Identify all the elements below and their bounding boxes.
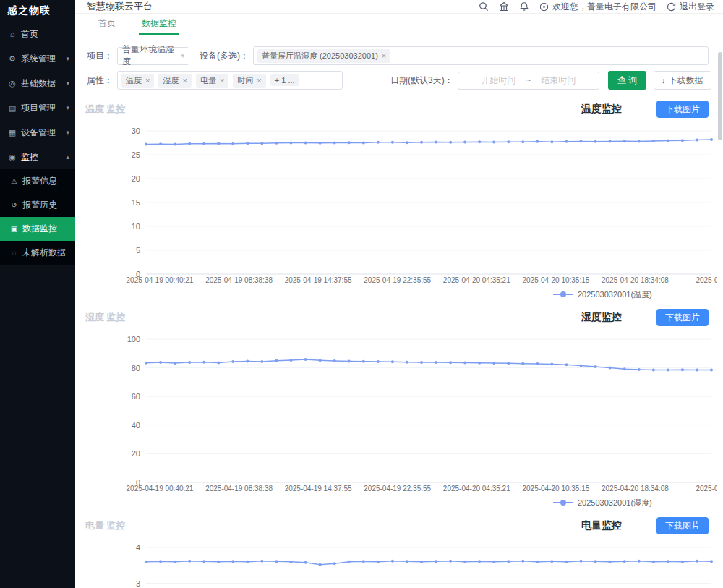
attribute-tag-label: 湿度: [163, 75, 179, 86]
svg-text:100: 100: [127, 335, 140, 344]
sidebar-subitem-alarm-info[interactable]: ⚠ 报警信息: [0, 169, 75, 193]
svg-text:25: 25: [132, 150, 140, 159]
close-icon[interactable]: ×: [382, 52, 386, 60]
attributes-label: 属性：: [87, 74, 113, 87]
temperature-chart: 0510152025302025-04-19 00:40:212025-04-1…: [75, 122, 723, 307]
tab-data-monitoring[interactable]: 数据监控: [139, 14, 179, 35]
svg-text:4: 4: [136, 543, 140, 552]
tabbar: 首页 数据监控: [75, 14, 723, 35]
svg-text:3: 3: [136, 579, 140, 588]
vertical-scrollbar[interactable]: [718, 52, 722, 140]
chart-title-humidity: 湿度监控: [581, 311, 622, 324]
sidebar-item-label: 设备管理: [21, 127, 66, 139]
attribute-tag-label: 时间: [237, 75, 253, 86]
project-select-value: 普量环境温湿度: [122, 43, 181, 68]
temperature-section: 温度 监控 温度监控 下载图片 0510152025302025-04-19 0…: [75, 96, 723, 304]
logout-button[interactable]: 退出登录: [667, 1, 714, 13]
download-icon: ↓: [662, 76, 666, 85]
sidebar-item-system-management[interactable]: ⚙ 系统管理 ▾: [0, 46, 75, 71]
project-label: 项目：: [87, 50, 113, 62]
download-image-button[interactable]: 下载图片: [656, 309, 709, 326]
user-icon: [539, 2, 549, 12]
download-data-label: 下载数据: [669, 74, 703, 87]
device-icon: ▦: [7, 128, 17, 137]
sidebar-item-label: 基础数据: [21, 77, 66, 90]
attribute-tag: 温度 ×: [121, 74, 154, 88]
svg-text:2025-04-19 00:40:21: 2025-04-19 00:40:21: [127, 485, 194, 493]
date-separator: ~: [526, 75, 531, 85]
svg-text:2025-04-19 14:37:55: 2025-04-19 14:37:55: [285, 276, 352, 284]
filter-panel: 项目： 普量环境温湿度 ▾ 设备(多选)： 普量展厅温湿度 (202503032…: [75, 35, 723, 96]
alarm-icon: ⚠: [9, 177, 19, 185]
chevron-down-icon: ▾: [181, 52, 184, 59]
sidebar-item-label: 监控: [21, 151, 66, 163]
top-header: 智慧物联云平台 欢迎您，普量电子有限公司: [75, 0, 723, 14]
section-watermark: 温度 监控: [85, 103, 126, 116]
svg-text:2025-04-19 08:38:38: 2025-04-19 08:38:38: [205, 276, 273, 284]
download-data-button[interactable]: ↓ 下载数据: [654, 71, 711, 90]
sidebar-subitem-data-monitoring[interactable]: ▣ 数据监控: [0, 217, 75, 241]
sidebar-item-device-management[interactable]: ▦ 设备管理 ▾: [0, 120, 75, 145]
svg-text:10: 10: [132, 222, 140, 231]
device-multiselect[interactable]: 普量展厅温湿度 (202503032001) ×: [253, 46, 709, 65]
welcome-text: 欢迎您，普量电子有限公司: [552, 1, 656, 13]
chart-title-temperature: 温度监控: [581, 103, 622, 116]
chevron-down-icon: ▾: [66, 104, 69, 111]
sidebar-item-basic-data[interactable]: ◎ 基础数据 ▾: [0, 71, 75, 95]
search-icon[interactable]: [479, 1, 489, 12]
attribute-tag-label: 电量: [200, 75, 216, 86]
device-label: 设备(多选)：: [200, 50, 249, 62]
query-button[interactable]: 查 询: [608, 71, 646, 90]
attribute-more-tag[interactable]: + 1 ...: [270, 74, 299, 86]
bell-icon[interactable]: [519, 1, 529, 12]
svg-text:2025-04-20 18:34:08: 2025-04-20 18:34:08: [602, 485, 669, 493]
tab-home[interactable]: 首页: [95, 14, 119, 35]
date-label: 日期(默认3天)：: [390, 74, 453, 87]
sidebar-item-project-management[interactable]: ▤ 项目管理 ▾: [0, 95, 75, 120]
svg-text:202503032001(温度): 202503032001(温度): [578, 290, 652, 299]
home-shortcut-icon[interactable]: [499, 1, 509, 12]
sidebar-item-monitoring[interactable]: ◉ 监控 ▴: [0, 145, 75, 169]
svg-text:40: 40: [132, 421, 140, 430]
section-watermark: 湿度 监控: [85, 311, 126, 324]
database-icon: ◎: [7, 79, 17, 88]
download-image-button[interactable]: 下载图片: [656, 101, 709, 118]
sidebar-item-home[interactable]: ⌂ 首页: [0, 22, 75, 46]
close-icon[interactable]: ×: [145, 77, 150, 85]
svg-text:202503032001(湿度): 202503032001(湿度): [578, 498, 652, 507]
date-range-input[interactable]: 开始时间 ~ 结束时间: [458, 72, 599, 90]
user-welcome[interactable]: 欢迎您，普量电子有限公司: [539, 1, 656, 13]
sidebar-subitem-label: 未解析数据: [22, 247, 66, 259]
logout-label: 退出登录: [680, 1, 714, 13]
project-select[interactable]: 普量环境温湿度 ▾: [117, 47, 189, 65]
svg-text:2025-04-20 10:35:15: 2025-04-20 10:35:15: [522, 276, 589, 284]
sidebar-subitem-label: 数据监控: [22, 223, 57, 235]
sidebar-item-label: 系统管理: [21, 53, 66, 65]
close-icon[interactable]: ×: [257, 77, 261, 85]
svg-text:2025-04-21: 2025-04-21: [696, 485, 717, 493]
humidity-chart: 0204060801002025-04-19 00:40:212025-04-1…: [75, 331, 723, 516]
humidity-section: 湿度 监控 湿度监控 下载图片 0204060801002025-04-19 0…: [75, 304, 723, 513]
svg-text:2025-04-19 22:35:55: 2025-04-19 22:35:55: [364, 276, 431, 284]
download-image-button[interactable]: 下载图片: [656, 517, 709, 534]
attribute-tag: 电量 ×: [196, 74, 228, 88]
battery-chart: 012342025-04-19 00:40:212025-04-19 08:38…: [75, 539, 723, 588]
sidebar-subitem-unparsed-data[interactable]: ◌ 未解析数据: [0, 241, 75, 265]
logout-icon: [667, 2, 676, 12]
section-watermark: 电量 监控: [85, 519, 126, 532]
chevron-down-icon: ▾: [66, 129, 69, 136]
monitor-icon: ◉: [7, 153, 17, 162]
close-icon[interactable]: ×: [182, 77, 187, 85]
sidebar: 感之物联 ⌂ 首页 ⚙ 系统管理 ▾ ◎ 基础数据 ▾ ▤ 项目管理 ▾ ▦ 设…: [0, 0, 75, 588]
app-logo: 感之物联: [0, 0, 75, 22]
attributes-multiselect[interactable]: 温度 × 湿度 × 电量 × 时间 × + 1 ...: [117, 71, 343, 90]
sidebar-subitem-alarm-history[interactable]: ↺ 报警历史: [0, 193, 75, 217]
battery-section: 电量 监控 电量监控 下载图片 012342025-04-19 00:40:21…: [75, 513, 723, 588]
svg-text:2025-04-19 14:37:55: 2025-04-19 14:37:55: [285, 485, 352, 493]
sidebar-subitem-label: 报警历史: [22, 199, 57, 211]
svg-text:20: 20: [132, 174, 140, 183]
close-icon[interactable]: ×: [220, 77, 224, 85]
project-icon: ▤: [7, 103, 17, 113]
svg-text:2025-04-20 04:35:21: 2025-04-20 04:35:21: [443, 485, 510, 493]
svg-text:2025-04-20 18:34:08: 2025-04-20 18:34:08: [602, 276, 669, 284]
